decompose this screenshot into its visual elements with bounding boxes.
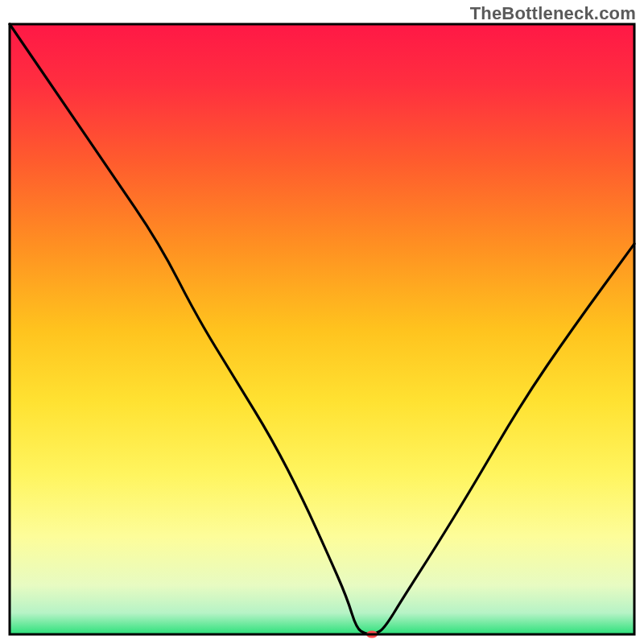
watermark-text: TheBottleneck.com [470, 3, 636, 24]
chart-plot-area [10, 24, 634, 638]
bottleneck-chart [0, 23, 644, 644]
